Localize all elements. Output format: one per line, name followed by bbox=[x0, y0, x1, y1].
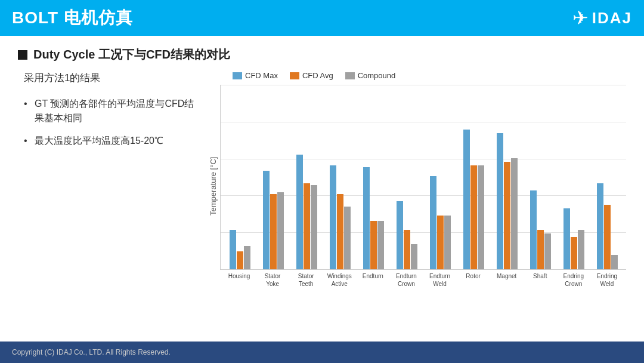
x-label: WindingsActive bbox=[323, 272, 356, 288]
section-bullet-icon bbox=[18, 50, 27, 60]
bar-group bbox=[423, 176, 457, 269]
bar-blue bbox=[497, 133, 503, 269]
bar-group bbox=[590, 183, 624, 269]
bar-blue bbox=[463, 130, 470, 269]
list-item: 最大温度比平均温度高15-20℃ bbox=[24, 134, 197, 148]
bar-orange bbox=[437, 216, 444, 269]
list-item: GT 预测的各部件的平均温度与CFD结果基本相同 bbox=[24, 97, 197, 125]
bar-orange bbox=[337, 194, 343, 269]
chart-area: HousingStatorYokeStatorTeethWindingsActi… bbox=[220, 85, 626, 288]
bar-orange bbox=[237, 251, 243, 269]
bar-orange bbox=[571, 237, 577, 269]
footer: Copyright (C) IDAJ Co., LTD. All Rights … bbox=[0, 342, 644, 363]
bar-group bbox=[390, 201, 423, 269]
legend-item-compound: Compound bbox=[345, 71, 396, 80]
bar-group bbox=[256, 171, 290, 269]
x-label: StatorTeeth bbox=[289, 272, 323, 288]
bar-gray bbox=[377, 221, 384, 269]
bar-group bbox=[457, 130, 490, 269]
bar-gray bbox=[277, 192, 284, 269]
x-label: Rotor bbox=[457, 272, 490, 288]
bar-group bbox=[290, 155, 323, 269]
chart-legend: CFD Max CFD Avg Compound bbox=[209, 71, 626, 80]
bar-orange bbox=[537, 230, 544, 269]
logo-text: IDAJ bbox=[592, 9, 632, 27]
legend-color-cfd-max bbox=[233, 72, 242, 79]
bar-gray bbox=[544, 233, 551, 269]
bar-blue bbox=[330, 165, 336, 269]
content-area: 采用方法1的结果 GT 预测的各部件的平均温度与CFD结果基本相同 最大温度比平… bbox=[18, 71, 626, 288]
bar-group bbox=[323, 165, 357, 269]
subtitle: 采用方法1的结果 bbox=[24, 71, 197, 85]
legend-label-cfd-avg: CFD Avg bbox=[302, 71, 333, 80]
bar-group bbox=[223, 230, 256, 269]
x-label: EndringWeld bbox=[590, 272, 624, 288]
section-title: Duty Cycle 工况下与CFD结果的对比 bbox=[18, 47, 626, 63]
chart-wrapper: Temperature [°C] Ho bbox=[209, 85, 626, 288]
x-label: Housing bbox=[222, 272, 256, 288]
bar-orange bbox=[604, 205, 611, 269]
y-axis-label: Temperature [°C] bbox=[209, 85, 218, 288]
bar-gray bbox=[244, 246, 250, 269]
chart-panel: CFD Max CFD Avg Compound Temperature [°C… bbox=[209, 71, 626, 288]
bars-row bbox=[221, 84, 626, 269]
bar-group bbox=[490, 133, 524, 269]
x-label: EndturnCrown bbox=[389, 272, 423, 288]
bar-gray bbox=[611, 255, 618, 269]
bar-gray bbox=[511, 158, 518, 269]
chart-grid bbox=[220, 85, 626, 270]
legend-item-cfd-avg: CFD Avg bbox=[290, 71, 333, 80]
footer-text: Copyright (C) IDAJ Co., LTD. All Rights … bbox=[12, 348, 171, 356]
bar-gray bbox=[344, 207, 351, 269]
x-label: EndturnWeld bbox=[423, 272, 456, 288]
bar-blue bbox=[530, 190, 537, 269]
x-label: Shaft bbox=[524, 272, 557, 288]
bar-blue bbox=[296, 155, 303, 269]
bar-gray bbox=[578, 230, 584, 269]
bar-orange bbox=[404, 230, 410, 269]
x-label: Magnet bbox=[490, 272, 524, 288]
x-label: StatorYoke bbox=[256, 272, 289, 288]
legend-color-compound bbox=[345, 72, 355, 79]
main-content: Duty Cycle 工况下与CFD结果的对比 采用方法1的结果 GT 预测的各… bbox=[0, 36, 644, 342]
bar-blue bbox=[363, 167, 370, 269]
logo-wing-icon: ✈ bbox=[572, 7, 589, 29]
logo: ✈ IDAJ bbox=[572, 7, 632, 29]
bar-blue bbox=[430, 176, 436, 269]
legend-label-cfd-max: CFD Max bbox=[245, 71, 278, 80]
header: BOLT 电机仿真 ✈ IDAJ bbox=[0, 0, 644, 36]
bar-blue bbox=[263, 171, 270, 269]
bar-blue bbox=[230, 230, 236, 269]
bar-orange bbox=[304, 183, 310, 269]
bar-group bbox=[357, 167, 390, 269]
bar-blue bbox=[564, 208, 570, 269]
bar-blue bbox=[397, 201, 403, 269]
bar-group bbox=[557, 208, 590, 269]
legend-label-compound: Compound bbox=[358, 71, 396, 80]
bar-gray bbox=[311, 185, 317, 269]
bar-orange bbox=[470, 165, 477, 269]
x-label: Endturn bbox=[356, 272, 389, 288]
bar-orange bbox=[504, 162, 510, 269]
left-panel: 采用方法1的结果 GT 预测的各部件的平均温度与CFD结果基本相同 最大温度比平… bbox=[18, 71, 197, 288]
legend-color-cfd-avg bbox=[290, 72, 299, 79]
bar-blue bbox=[597, 183, 603, 269]
bar-orange bbox=[370, 221, 377, 269]
bar-gray bbox=[478, 165, 484, 269]
x-label: EndringCrown bbox=[557, 272, 590, 288]
bar-gray bbox=[411, 244, 417, 269]
x-labels: HousingStatorYokeStatorTeethWindingsActi… bbox=[220, 272, 626, 288]
page-title: BOLT 电机仿真 bbox=[12, 7, 133, 29]
bullet-list: GT 预测的各部件的平均温度与CFD结果基本相同 最大温度比平均温度高15-20… bbox=[24, 97, 197, 148]
bar-group bbox=[524, 190, 557, 269]
bar-gray bbox=[444, 216, 451, 269]
legend-item-cfd-max: CFD Max bbox=[233, 71, 278, 80]
bar-orange bbox=[270, 194, 277, 269]
section-title-text: Duty Cycle 工况下与CFD结果的对比 bbox=[33, 47, 230, 63]
